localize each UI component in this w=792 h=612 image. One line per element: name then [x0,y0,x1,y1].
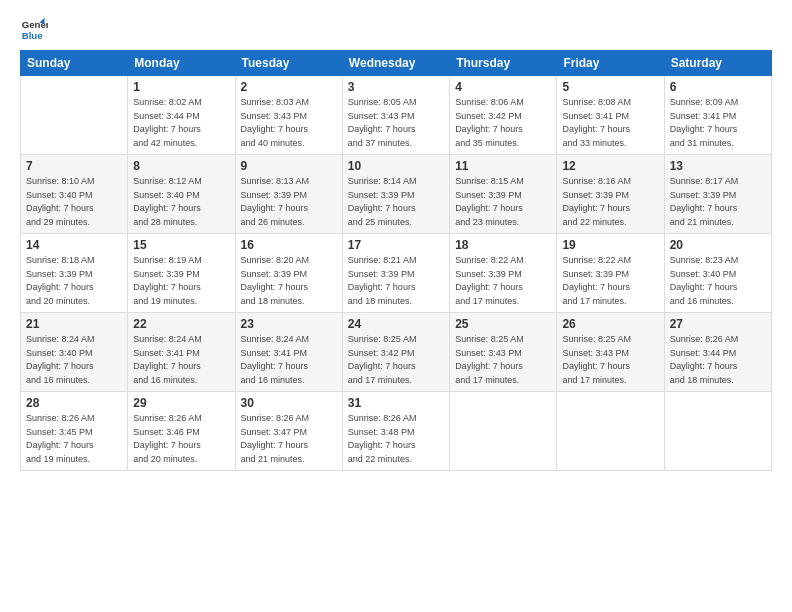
empty-cell [21,76,128,155]
day-info-10: Sunrise: 8:14 AMSunset: 3:39 PMDaylight:… [348,175,444,229]
day-info-line-0: Sunrise: 8:05 AM [348,97,417,107]
day-info-line-1: Sunset: 3:39 PM [241,269,308,279]
day-info-line-3: and 37 minutes. [348,138,412,148]
weekday-tuesday: Tuesday [235,51,342,76]
day-info-line-0: Sunrise: 8:21 AM [348,255,417,265]
day-info-line-2: Daylight: 7 hours [26,203,94,213]
day-info-line-2: Daylight: 7 hours [670,361,738,371]
day-info-line-0: Sunrise: 8:03 AM [241,97,310,107]
weekday-saturday: Saturday [664,51,771,76]
day-info-line-2: Daylight: 7 hours [562,282,630,292]
day-info-line-2: Daylight: 7 hours [241,124,309,134]
day-info-line-2: Daylight: 7 hours [133,440,201,450]
day-info-15: Sunrise: 8:19 AMSunset: 3:39 PMDaylight:… [133,254,229,308]
day-info-7: Sunrise: 8:10 AMSunset: 3:40 PMDaylight:… [26,175,122,229]
day-info-line-3: and 16 minutes. [241,375,305,385]
day-cell-24: 24Sunrise: 8:25 AMSunset: 3:42 PMDayligh… [342,313,449,392]
day-info-line-0: Sunrise: 8:25 AM [455,334,524,344]
day-info-line-3: and 23 minutes. [455,217,519,227]
day-number-31: 31 [348,396,444,410]
day-number-22: 22 [133,317,229,331]
day-number-11: 11 [455,159,551,173]
day-cell-18: 18Sunrise: 8:22 AMSunset: 3:39 PMDayligh… [450,234,557,313]
day-info-line-2: Daylight: 7 hours [241,440,309,450]
weekday-monday: Monday [128,51,235,76]
day-info-27: Sunrise: 8:26 AMSunset: 3:44 PMDaylight:… [670,333,766,387]
day-number-28: 28 [26,396,122,410]
week-row-5: 28Sunrise: 8:26 AMSunset: 3:45 PMDayligh… [21,392,772,471]
day-cell-17: 17Sunrise: 8:21 AMSunset: 3:39 PMDayligh… [342,234,449,313]
day-info-line-1: Sunset: 3:40 PM [670,269,737,279]
day-cell-29: 29Sunrise: 8:26 AMSunset: 3:46 PMDayligh… [128,392,235,471]
day-info-line-0: Sunrise: 8:20 AM [241,255,310,265]
day-info-line-0: Sunrise: 8:24 AM [241,334,310,344]
day-info-line-0: Sunrise: 8:24 AM [26,334,95,344]
day-info-line-2: Daylight: 7 hours [133,361,201,371]
week-row-1: 1Sunrise: 8:02 AMSunset: 3:44 PMDaylight… [21,76,772,155]
day-info-31: Sunrise: 8:26 AMSunset: 3:48 PMDaylight:… [348,412,444,466]
day-number-29: 29 [133,396,229,410]
day-info-line-3: and 19 minutes. [133,296,197,306]
day-info-line-3: and 17 minutes. [455,375,519,385]
day-info-line-1: Sunset: 3:44 PM [133,111,200,121]
day-number-27: 27 [670,317,766,331]
day-info-line-1: Sunset: 3:40 PM [26,348,93,358]
day-info-21: Sunrise: 8:24 AMSunset: 3:40 PMDaylight:… [26,333,122,387]
day-number-15: 15 [133,238,229,252]
day-info-26: Sunrise: 8:25 AMSunset: 3:43 PMDaylight:… [562,333,658,387]
day-info-line-2: Daylight: 7 hours [348,361,416,371]
day-info-line-2: Daylight: 7 hours [348,124,416,134]
day-info-line-1: Sunset: 3:41 PM [133,348,200,358]
day-info-line-1: Sunset: 3:42 PM [455,111,522,121]
day-info-line-3: and 25 minutes. [348,217,412,227]
day-info-line-1: Sunset: 3:41 PM [562,111,629,121]
day-info-line-3: and 16 minutes. [670,296,734,306]
day-info-line-2: Daylight: 7 hours [26,440,94,450]
day-info-line-1: Sunset: 3:39 PM [26,269,93,279]
day-info-line-1: Sunset: 3:47 PM [241,427,308,437]
day-info-line-3: and 22 minutes. [562,217,626,227]
day-cell-27: 27Sunrise: 8:26 AMSunset: 3:44 PMDayligh… [664,313,771,392]
day-info-line-0: Sunrise: 8:12 AM [133,176,202,186]
day-info-line-0: Sunrise: 8:26 AM [348,413,417,423]
day-info-line-2: Daylight: 7 hours [455,282,523,292]
day-cell-14: 14Sunrise: 8:18 AMSunset: 3:39 PMDayligh… [21,234,128,313]
day-info-line-1: Sunset: 3:41 PM [670,111,737,121]
day-info-line-3: and 20 minutes. [133,454,197,464]
day-info-line-3: and 19 minutes. [26,454,90,464]
day-info-line-2: Daylight: 7 hours [133,282,201,292]
day-info-line-1: Sunset: 3:40 PM [26,190,93,200]
week-row-3: 14Sunrise: 8:18 AMSunset: 3:39 PMDayligh… [21,234,772,313]
day-info-line-0: Sunrise: 8:26 AM [133,413,202,423]
day-cell-25: 25Sunrise: 8:25 AMSunset: 3:43 PMDayligh… [450,313,557,392]
day-cell-15: 15Sunrise: 8:19 AMSunset: 3:39 PMDayligh… [128,234,235,313]
day-info-line-3: and 21 minutes. [241,454,305,464]
day-info-line-0: Sunrise: 8:09 AM [670,97,739,107]
empty-cell [664,392,771,471]
logo-icon: General Blue [20,16,48,44]
empty-cell [557,392,664,471]
day-info-line-0: Sunrise: 8:22 AM [562,255,631,265]
day-info-line-2: Daylight: 7 hours [348,203,416,213]
day-info-line-2: Daylight: 7 hours [562,203,630,213]
day-info-line-1: Sunset: 3:45 PM [26,427,93,437]
day-cell-26: 26Sunrise: 8:25 AMSunset: 3:43 PMDayligh… [557,313,664,392]
day-info-line-1: Sunset: 3:44 PM [670,348,737,358]
day-info-line-3: and 28 minutes. [133,217,197,227]
day-info-3: Sunrise: 8:05 AMSunset: 3:43 PMDaylight:… [348,96,444,150]
day-info-line-1: Sunset: 3:39 PM [348,269,415,279]
day-info-25: Sunrise: 8:25 AMSunset: 3:43 PMDaylight:… [455,333,551,387]
day-info-18: Sunrise: 8:22 AMSunset: 3:39 PMDaylight:… [455,254,551,308]
day-info-line-1: Sunset: 3:39 PM [455,269,522,279]
day-info-line-2: Daylight: 7 hours [670,282,738,292]
day-info-line-0: Sunrise: 8:10 AM [26,176,95,186]
day-info-line-2: Daylight: 7 hours [241,282,309,292]
day-info-line-2: Daylight: 7 hours [455,203,523,213]
day-number-23: 23 [241,317,337,331]
day-info-line-0: Sunrise: 8:19 AM [133,255,202,265]
day-number-18: 18 [455,238,551,252]
day-info-line-2: Daylight: 7 hours [348,440,416,450]
day-info-19: Sunrise: 8:22 AMSunset: 3:39 PMDaylight:… [562,254,658,308]
day-info-29: Sunrise: 8:26 AMSunset: 3:46 PMDaylight:… [133,412,229,466]
calendar-table: SundayMondayTuesdayWednesdayThursdayFrid… [20,50,772,471]
